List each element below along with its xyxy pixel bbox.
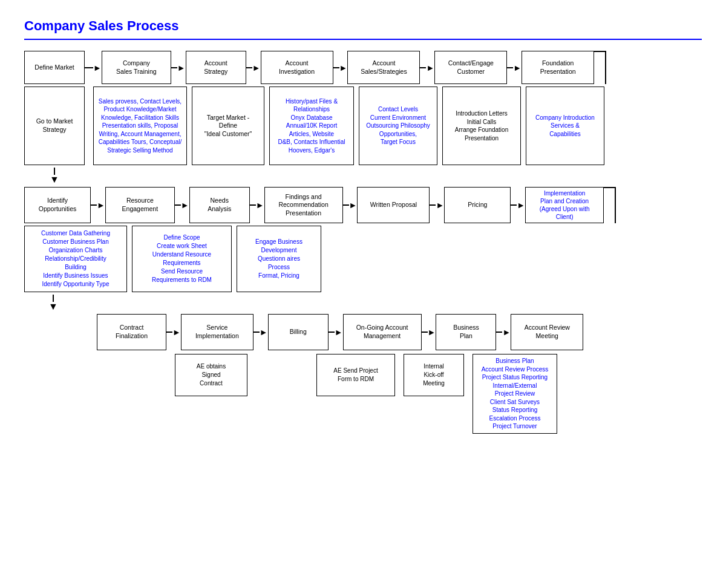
sales-provess-box: Sales provess, Contact Levels,Product Kn… bbox=[93, 87, 187, 165]
contact-engage-box: Contact/EngageCustomer bbox=[434, 51, 507, 84]
written-proposal-box: Written Proposal bbox=[357, 187, 430, 223]
resource-engagement-box: ResourceEngagement bbox=[105, 187, 175, 223]
target-market-box: Target Market -Define"Ideal Customer" bbox=[192, 87, 264, 165]
needs-analysis-box: NeedsAnalysis bbox=[189, 187, 250, 223]
ae-obtains-box: AE obtainsSignedContract bbox=[175, 354, 247, 396]
company-intro-box: Company IntroductionServices &Capabiliti… bbox=[526, 87, 604, 165]
customer-data-box: Customer Data GatheringCustomer Business… bbox=[24, 226, 127, 292]
business-plan-box: BusinessPlan bbox=[436, 314, 496, 350]
billing-box: Billing bbox=[268, 314, 329, 350]
foundation-presentation-box: FoundationPresentation bbox=[522, 51, 594, 84]
findings-recommendation-box: Findings andRecommendationPresentation bbox=[264, 187, 343, 223]
implementation-plan-box: ImplementationPlan and Creation(Agreed U… bbox=[525, 187, 604, 223]
account-sales-strategies-box: AccountSales/Strategies bbox=[347, 51, 420, 84]
business-plan-detail-box: Business PlanAccount Review ProcessProje… bbox=[473, 354, 557, 434]
account-review-box: Account ReviewMeeting bbox=[511, 314, 583, 350]
title-divider bbox=[24, 39, 702, 40]
service-implementation-box: ServiceImplementation bbox=[181, 314, 253, 350]
introduction-letters-box: Introduction LettersInitial CallsArrange… bbox=[442, 87, 521, 165]
contract-finalization-box: ContractFinalization bbox=[97, 314, 166, 350]
account-investigation-box: AccountInvestigation bbox=[261, 51, 333, 84]
pricing-box: Pricing bbox=[444, 187, 511, 223]
internal-kickoff-box: InternalKick-offMeeting bbox=[404, 354, 464, 396]
go-to-market-box: Go to MarketStrategy bbox=[24, 87, 85, 165]
ongoing-account-box: On-Going AccountManagement bbox=[343, 314, 422, 350]
history-past-box: History/past Files &RelationshipsOnyx Da… bbox=[269, 87, 354, 165]
engage-business-box: Engage BusinessDevelopmentQuestionn aire… bbox=[237, 226, 321, 292]
define-market-box: Define Market bbox=[24, 51, 85, 84]
define-scope-box: Define ScopeCreate work SheetUnderstand … bbox=[132, 226, 232, 292]
ae-send-box: AE Send ProjectForm to RDM bbox=[316, 354, 395, 396]
identify-opportunities-box: IdentifyOpportunities bbox=[24, 187, 91, 223]
account-strategy-box: AccountStrategy bbox=[186, 51, 246, 84]
page-title: Company Sales Process bbox=[24, 18, 702, 34]
page: Company Sales Process Define Market ► Co… bbox=[0, 0, 726, 452]
company-sales-training-box: CompanySales Training bbox=[102, 51, 171, 84]
contact-levels-box: Contact LevelsCurrent EnvironmentOutsour… bbox=[359, 87, 437, 165]
